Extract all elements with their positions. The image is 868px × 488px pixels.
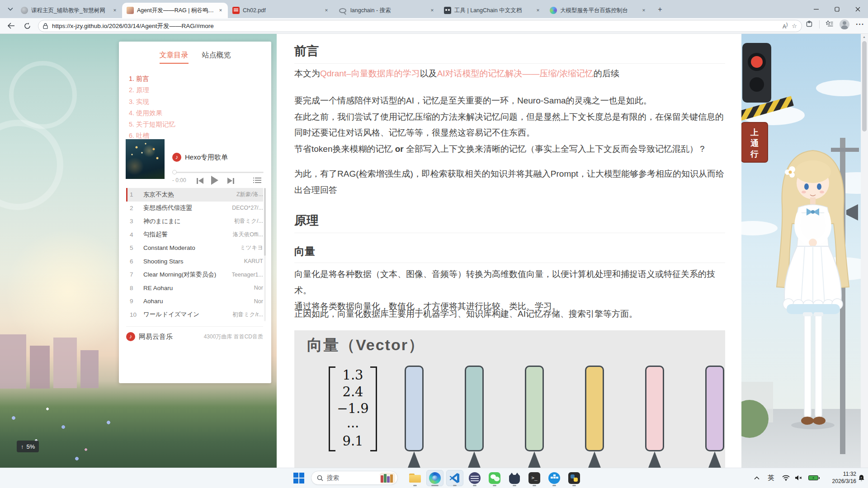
docker-button[interactable]	[547, 471, 561, 485]
edge-button[interactable]	[428, 471, 442, 485]
toc-item-implementation[interactable]: 3. 实现	[129, 96, 175, 108]
track-row[interactable]: 6 Shooting Stars KARUT	[126, 255, 263, 268]
wifi-icon[interactable]	[782, 468, 790, 488]
wechat-button[interactable]	[487, 471, 502, 485]
scrollbar-thumb[interactable]	[862, 41, 867, 131]
player-progress-bar[interactable]	[173, 172, 264, 173]
netease-brand-link[interactable]: 网易云音乐	[139, 333, 173, 341]
track-row[interactable]: 9 Aoharu Nor	[126, 295, 263, 308]
close-icon[interactable]: ✕	[429, 7, 436, 14]
search-highlight-icon[interactable]	[380, 473, 395, 483]
browser-tab-langchain-search[interactable]: langchain - 搜索 ✕	[334, 3, 439, 18]
link-memory-article[interactable]: AI对话模型的记忆解决——压缩/浓缩记忆	[437, 69, 594, 78]
scrollbar-up-icon[interactable]: ▲	[863, 35, 866, 38]
track-row[interactable]: 7 Clear Morning(对策委员会) Teenager1...	[126, 268, 263, 282]
ime-indicator[interactable]: 英	[768, 468, 774, 488]
pdf-favicon	[232, 7, 240, 14]
settings-ellipsis-icon[interactable]: ···	[856, 20, 864, 28]
volume-muted-icon[interactable]	[795, 468, 802, 488]
toc-item-short-term-memory[interactable]: 5. 关于短期记忆	[129, 119, 175, 130]
docker-icon	[548, 472, 560, 484]
notification-bell-icon[interactable]: z	[858, 468, 865, 488]
eclipse-button[interactable]	[467, 471, 482, 485]
toc-item-foreword[interactable]: 1. 前言	[129, 73, 175, 84]
playlist-scrollbar[interactable]	[264, 188, 266, 321]
profile-avatar[interactable]	[840, 19, 849, 29]
track-row[interactable]: 5 Constant Moderato ミツキヨ	[126, 241, 263, 255]
arrow-up-icon	[406, 451, 422, 468]
paragraph-rag: 为此，有了RAG(检索增强生成)，即检索获取相关的知识并将其融入Prompt，让…	[294, 166, 725, 198]
browser-tab-zhihuishu[interactable]: 课程主页_辅助教学_智慧树网 ✕	[16, 3, 122, 18]
clash-cat-button[interactable]	[507, 471, 522, 485]
tab-search-chevron-icon[interactable]	[5, 5, 16, 14]
file-explorer-button[interactable]	[408, 471, 422, 485]
new-tab-button[interactable]: +	[655, 5, 665, 15]
close-icon[interactable]: ✕	[640, 7, 647, 14]
browser-tab-langchain-docs[interactable]: 工具 | LangChain 中文文档 ✕	[439, 3, 545, 18]
address-bar[interactable]: https://x-jzy.github.io/2026/03/14/Agent…	[38, 20, 802, 32]
link-qdrant-article[interactable]: Qdrant–向量数据库的学习	[320, 69, 420, 78]
window-minimize-button[interactable]	[806, 0, 826, 18]
track-row[interactable]: 8 RE Aoharu Nor	[126, 282, 263, 295]
refresh-icon[interactable]	[21, 19, 33, 32]
taskbar-clock[interactable]: 11:32 2026/3/16	[828, 470, 856, 485]
building-silhouette	[0, 334, 26, 389]
toc-item-principle[interactable]: 2. 原理	[129, 84, 175, 96]
toc-item-effect[interactable]: 4. 使用效果	[129, 108, 175, 119]
page-scrollbar[interactable]: ▲	[861, 34, 868, 468]
url-text[interactable]: https://x-jzy.github.io/2026/03/14/Agent…	[52, 22, 778, 30]
track-row[interactable]: 10 ワールドイズマイン 初音ミク/r...	[126, 308, 263, 322]
track-row[interactable]: 1 东京不太热 Z新豪/洛...	[126, 188, 263, 202]
track-row[interactable]: 2 妄想感伤代偿连盟 DECO*27/...	[126, 202, 263, 215]
browser-tab-pdf[interactable]: Ch02.pdf ✕	[228, 3, 334, 18]
close-icon[interactable]: ✕	[323, 7, 330, 14]
browser-tab-agent-rag[interactable]: Agent开发——RAG | 桐谷鸣人's Bl ✕	[122, 3, 228, 18]
windows-logo-icon	[293, 473, 304, 483]
sidebar-tab-site-overview[interactable]: 站点概览	[202, 51, 231, 64]
tab-title: Ch02.pdf	[243, 7, 320, 14]
arrow-up-icon	[527, 451, 542, 468]
text: 本文为	[294, 69, 320, 78]
matrix-value: 2.4	[330, 384, 376, 399]
playlist-title: Hexo专用歌单	[185, 153, 228, 162]
window-close-button[interactable]	[847, 0, 868, 18]
back-to-top-button[interactable]: ↑ 5%	[17, 441, 39, 452]
next-track-icon[interactable]	[227, 178, 234, 184]
search-icon	[317, 475, 323, 481]
text: 以及	[420, 69, 437, 78]
read-aloud-icon[interactable]: A)	[783, 22, 788, 30]
vector-bar-5	[645, 366, 664, 451]
play-icon[interactable]	[211, 176, 218, 185]
taskbar-search-box[interactable]: 搜索	[311, 471, 398, 485]
text-bold-or: or	[395, 144, 404, 154]
extensions-icon[interactable]	[806, 20, 813, 29]
vscode-button[interactable]	[448, 471, 462, 485]
terminal-button[interactable]: >_	[527, 471, 542, 485]
favorites-bar-icon[interactable]	[826, 20, 833, 28]
battery-charging-icon[interactable]: ⚡	[808, 468, 818, 488]
browser-tab-bailian[interactable]: 大模型服务平台百炼控制台 ✕	[545, 3, 651, 18]
track-name: ワールドイズマイン	[143, 310, 232, 319]
close-icon[interactable]: ✕	[217, 7, 224, 14]
divider	[294, 233, 725, 233]
close-icon[interactable]: ✕	[534, 7, 542, 14]
back-icon[interactable]	[5, 19, 17, 32]
text: 向量化是将各种数据（文本、图像、音频等）转换为高维数值向量，以便计算机处理和捕捉…	[294, 269, 715, 295]
track-number: 9	[130, 298, 143, 305]
track-artist: ミツキヨ	[240, 244, 263, 252]
start-button[interactable]	[292, 471, 306, 485]
playlist-toggle-icon[interactable]	[253, 177, 261, 183]
toolbar-separator	[819, 20, 820, 28]
track-row[interactable]: 4 勾指起誓 洛天依Offi...	[126, 228, 263, 242]
running-indicator	[572, 485, 576, 486]
python-ide-button[interactable]	[567, 471, 581, 485]
tray-chevron-up-icon[interactable]	[754, 468, 760, 488]
window-maximize-button[interactable]	[826, 0, 847, 18]
previous-track-icon[interactable]	[197, 178, 203, 184]
sidebar-tab-article-toc[interactable]: 文章目录	[160, 51, 189, 64]
progress-knob[interactable]	[172, 170, 177, 174]
favorite-star-icon[interactable]: ☆	[792, 23, 797, 29]
track-row[interactable]: 3 神のまにまに 初音ミク/...	[126, 215, 263, 228]
close-icon[interactable]: ✕	[111, 7, 118, 14]
album-art	[126, 139, 165, 179]
